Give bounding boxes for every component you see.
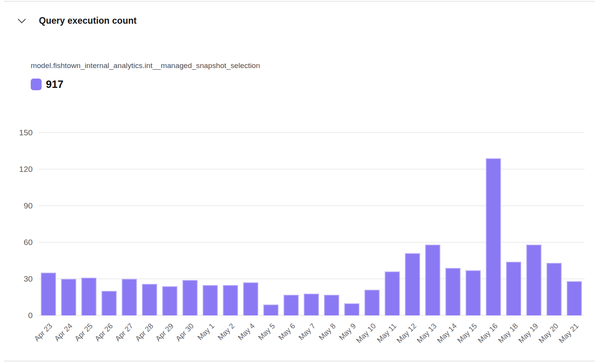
x-tick-label-may-18: May 18 bbox=[496, 322, 520, 345]
gridline-150 bbox=[38, 132, 585, 133]
x-tick-label-apr-30: Apr 30 bbox=[174, 322, 196, 343]
x-tick-label-may-20: May 20 bbox=[537, 322, 560, 345]
x-tick-label-may-12: May 12 bbox=[395, 322, 419, 345]
x-tick-label-apr-26: Apr 26 bbox=[93, 322, 115, 343]
x-tick-label-apr-25: Apr 25 bbox=[73, 322, 95, 343]
bar-may-2[interactable] bbox=[223, 285, 238, 315]
bar-may-16[interactable] bbox=[486, 158, 501, 315]
bar-may-20[interactable] bbox=[546, 263, 562, 315]
y-tick-label-30: 30 bbox=[0, 274, 33, 284]
gridline-30 bbox=[38, 278, 585, 279]
y-tick-label-90: 90 bbox=[0, 201, 33, 210]
x-tick-label-apr-24: Apr 24 bbox=[53, 322, 74, 343]
bar-apr-28[interactable] bbox=[142, 284, 157, 315]
bar-may-19[interactable] bbox=[526, 245, 541, 315]
x-tick-label-may-8: May 8 bbox=[317, 322, 337, 342]
bar-apr-24[interactable] bbox=[61, 279, 76, 315]
x-tick-label-may-11: May 11 bbox=[375, 322, 398, 345]
bar-apr-26[interactable] bbox=[102, 291, 117, 315]
y-tick-label-60: 60 bbox=[0, 238, 33, 247]
bar-chart: 0306090120150 Apr 23Apr 24Apr 25Apr 26Ap… bbox=[0, 0, 599, 364]
bar-may-9[interactable] bbox=[344, 303, 359, 315]
y-tick-label-0: 0 bbox=[0, 311, 33, 320]
x-tick-label-may-15: May 15 bbox=[456, 322, 479, 345]
x-tick-label-apr-29: Apr 29 bbox=[154, 322, 175, 343]
x-tick-label-may-4: May 4 bbox=[236, 322, 256, 342]
bar-may-7[interactable] bbox=[304, 294, 319, 315]
gridline-120 bbox=[38, 169, 585, 170]
x-tick-label-may-1: May 1 bbox=[196, 322, 216, 342]
x-tick-label-may-21: May 21 bbox=[557, 322, 580, 345]
bar-may-10[interactable] bbox=[364, 290, 380, 315]
bar-may-15[interactable] bbox=[466, 270, 481, 315]
x-tick-label-may-13: May 13 bbox=[415, 322, 439, 345]
bar-apr-30[interactable] bbox=[182, 280, 198, 315]
bar-may-14[interactable] bbox=[445, 268, 461, 315]
bar-may-4[interactable] bbox=[243, 282, 258, 315]
bar-may-5[interactable] bbox=[263, 304, 278, 315]
x-tick-label-may-2: May 2 bbox=[216, 322, 236, 342]
x-tick-label-apr-27: Apr 27 bbox=[114, 322, 135, 343]
bar-apr-23[interactable] bbox=[41, 273, 56, 315]
x-tick-label-may-5: May 5 bbox=[256, 322, 277, 342]
bar-may-21[interactable] bbox=[567, 281, 582, 315]
bar-may-8[interactable] bbox=[324, 295, 339, 315]
x-tick-label-may-16: May 16 bbox=[476, 322, 499, 345]
y-axis-labels: 0306090120150 bbox=[0, 133, 33, 315]
plot-area bbox=[38, 133, 585, 315]
x-tick-label-may-14: May 14 bbox=[436, 322, 459, 345]
x-tick-label-apr-23: Apr 23 bbox=[33, 322, 54, 343]
bar-apr-27[interactable] bbox=[122, 279, 137, 315]
bar-may-6[interactable] bbox=[284, 295, 299, 315]
x-tick-label-may-7: May 7 bbox=[297, 322, 317, 342]
bar-may-18[interactable] bbox=[506, 262, 521, 315]
bar-apr-25[interactable] bbox=[81, 278, 96, 315]
x-tick-label-apr-28: Apr 28 bbox=[134, 322, 155, 343]
x-tick-label-may-6: May 6 bbox=[277, 322, 297, 342]
x-tick-label-may-19: May 19 bbox=[517, 322, 540, 345]
bar-may-1[interactable] bbox=[203, 285, 218, 315]
bar-apr-29[interactable] bbox=[162, 286, 177, 315]
gridline-60 bbox=[38, 242, 585, 243]
x-axis-labels: Apr 23Apr 24Apr 25Apr 26Apr 27Apr 28Apr … bbox=[38, 316, 585, 359]
x-tick-label-may-10: May 10 bbox=[355, 322, 378, 345]
bottom-divider bbox=[4, 360, 595, 362]
gridline-90 bbox=[38, 205, 585, 206]
y-tick-label-120: 120 bbox=[0, 164, 33, 174]
y-tick-label-150: 150 bbox=[0, 128, 33, 137]
bar-may-13[interactable] bbox=[425, 245, 440, 315]
bar-may-12[interactable] bbox=[405, 253, 420, 315]
bar-may-11[interactable] bbox=[385, 271, 400, 315]
